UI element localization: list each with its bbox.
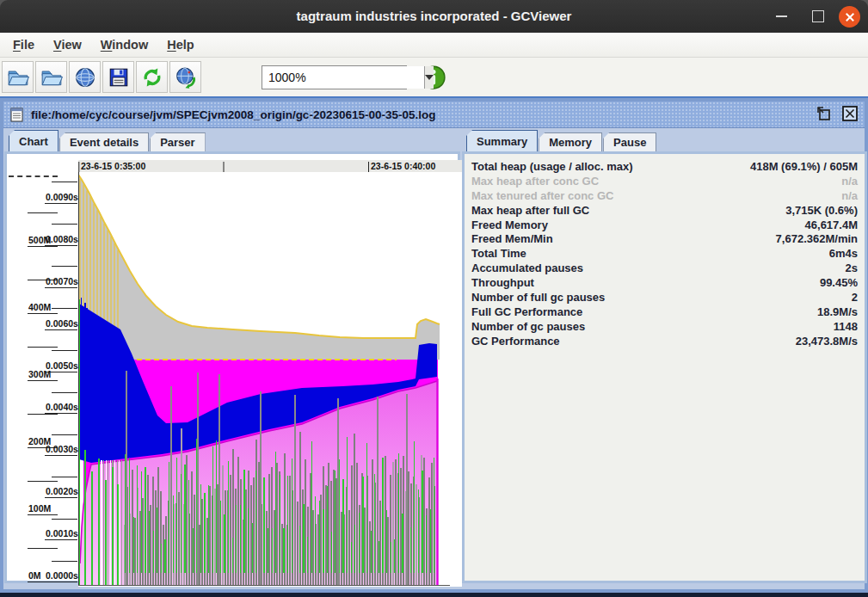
memory-tick <box>28 380 58 381</box>
toolbar <box>0 58 868 96</box>
globe-icon <box>74 66 96 89</box>
tab-summary[interactable]: Summary <box>466 130 538 151</box>
frame-maximize-button[interactable] <box>815 104 834 123</box>
time-label-start: 23-6-15 0:35:00 <box>81 161 145 171</box>
tab-parser[interactable]: Parser <box>150 132 205 151</box>
watch-icon <box>175 66 197 89</box>
folder-icon <box>7 66 29 89</box>
pause-half-tick <box>52 561 77 562</box>
pause-tick <box>45 203 77 204</box>
refresh-button[interactable] <box>136 61 168 93</box>
tab-pause[interactable]: Pause <box>603 132 656 151</box>
pause-tick <box>45 245 77 246</box>
refresh-icon <box>141 66 163 89</box>
summary-table: Total heap (usage / alloc. max)418M (69.… <box>465 154 865 349</box>
alloc-max-dashed-line <box>9 175 58 177</box>
pause-half-tick <box>52 350 77 351</box>
desktop-bottom <box>0 593 868 597</box>
summary-row: Number of gc pauses1148 <box>465 320 865 335</box>
window-title: tagtraum industries incorporated - GCVie… <box>0 0 868 33</box>
frame-close-icon <box>841 105 859 122</box>
open-file-button[interactable] <box>2 61 34 93</box>
pause-half-tick <box>52 182 77 182</box>
internal-frame: file:/home/cyc/course/jvm/SPECjvm2008_or… <box>0 98 868 593</box>
pause-half-tick <box>52 308 77 309</box>
pause-tick-label: 0.0080s <box>46 234 78 244</box>
summary-row: Max heap after full GC3,715K (0.6%) <box>465 204 865 218</box>
memory-tick-label: 100M <box>28 503 51 514</box>
pause-half-tick <box>52 392 77 393</box>
pause-half-tick <box>52 477 77 477</box>
tab-event-details[interactable]: Event details <box>59 132 149 151</box>
memory-half-tick <box>28 481 58 482</box>
log-file-icon <box>10 108 25 122</box>
pause-tick <box>45 287 77 288</box>
chart-panel: 0M100M200M300M400M500M0.0000s0.0010s0.00… <box>4 151 460 583</box>
internal-frame-title: file:/home/cyc/course/jvm/SPECjvm2008_or… <box>31 108 435 121</box>
axis-gutter: 0M100M200M300M400M500M0.0000s0.0010s0.00… <box>7 154 78 581</box>
pause-tick <box>45 582 77 582</box>
summary-panel: Total heap (usage / alloc. max)418M (69.… <box>462 151 867 583</box>
pause-half-tick <box>52 434 77 435</box>
memory-tick <box>28 246 58 247</box>
pause-tick <box>45 539 77 540</box>
menu-help[interactable]: Help <box>157 33 203 58</box>
pause-tick-label: 0.0010s <box>46 528 78 539</box>
pause-tick-label: 0.0000s <box>46 570 78 581</box>
menu-window[interactable]: Window <box>91 33 157 58</box>
watch-button[interactable] <box>169 61 201 93</box>
pause-tick <box>45 329 77 330</box>
minimize-button[interactable] <box>776 15 787 17</box>
memory-half-tick <box>28 548 58 549</box>
pause-tick <box>45 455 77 456</box>
maximize-button[interactable] <box>812 10 824 22</box>
open-url-button[interactable] <box>69 61 101 93</box>
pause-tick-label: 0.0070s <box>46 276 78 286</box>
close-button[interactable] <box>839 6 860 28</box>
open-recent-button[interactable] <box>35 61 67 93</box>
right-tabbar: SummaryMemoryPause <box>466 131 657 151</box>
frame-maximize-icon <box>816 105 833 122</box>
toolbar-buttons <box>2 61 203 93</box>
zoom-combobox[interactable] <box>262 65 407 89</box>
memory-half-tick <box>28 212 58 213</box>
internal-frame-titlebar[interactable]: file:/home/cyc/course/jvm/SPECjvm2008_or… <box>3 102 865 128</box>
pause-tick-label: 0.0030s <box>46 444 78 454</box>
menu-bar: FileViewWindowHelp <box>0 33 868 58</box>
memory-tick-label: 0M <box>28 570 41 581</box>
memory-tick <box>28 313 58 314</box>
zoom-input[interactable] <box>262 66 424 89</box>
export-button[interactable] <box>102 61 134 93</box>
pause-tick-label: 0.0060s <box>46 318 78 329</box>
menu-file[interactable]: File <box>3 33 44 58</box>
summary-row: Total Time6m4s <box>465 247 865 262</box>
pause-tick-label: 0.0050s <box>46 360 78 371</box>
tab-memory[interactable]: Memory <box>539 132 602 151</box>
pause-half-tick <box>52 519 77 520</box>
pause-tick <box>45 497 77 498</box>
summary-row: Number of full gc pauses2 <box>465 291 865 305</box>
time-label-end: 23-6-15 0:40:00 <box>371 161 435 171</box>
gc-timeline-chart: 23-6-15 0:35:0023-6-15 0:40:00 <box>78 160 462 587</box>
pause-tick-label: 0.0020s <box>46 486 78 496</box>
summary-row: Accumulated pauses2s <box>465 262 865 276</box>
summary-row: Total heap (usage / alloc. max)418M (69.… <box>465 160 865 175</box>
memory-half-tick <box>28 347 58 348</box>
summary-row: GC Performance23,473.8M/s <box>465 335 865 349</box>
summary-row: Throughput99.45% <box>465 276 865 291</box>
summary-row: Freed Mem/Min7,672.362M/min <box>465 232 865 247</box>
frame-close-button[interactable] <box>840 104 859 123</box>
zoom-dropdown-arrow[interactable] <box>424 66 434 89</box>
window-titlebar[interactable]: tagtraum industries incorporated - GCVie… <box>0 0 868 33</box>
pause-tick-label: 0.0040s <box>46 402 78 412</box>
folder-icon <box>40 66 63 89</box>
summary-row: Max heap after conc GCn/a <box>465 175 865 189</box>
summary-row: Full GC Performance18.9M/s <box>465 305 865 320</box>
menu-view[interactable]: View <box>44 33 91 58</box>
pause-tick-label: 0.0090s <box>46 192 78 202</box>
memory-tick <box>28 514 58 515</box>
pause-tick <box>45 372 77 372</box>
summary-row: Max tenured after conc GCn/a <box>465 189 865 204</box>
tab-chart[interactable]: Chart <box>9 130 58 151</box>
floppy-icon <box>108 66 130 89</box>
